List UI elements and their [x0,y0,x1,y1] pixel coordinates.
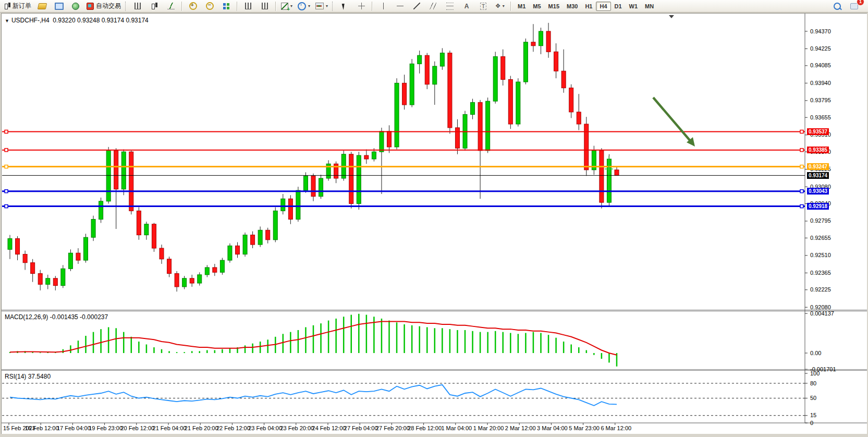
crosshair-button[interactable] [353,1,369,12]
trendline-icon [413,3,420,9]
hline-handle[interactable] [5,130,8,133]
macd-histogram-bar [495,331,496,353]
trendline-button[interactable] [409,1,424,12]
timeframe-bar: M1M5M15M30H1H4D1W1MN [514,2,657,11]
hline-handle[interactable] [800,165,803,168]
macd-histogram-bar [525,333,527,353]
hline-handle[interactable] [800,190,803,193]
vertical-line-button[interactable] [375,1,391,12]
toolbar-grip [125,2,128,11]
arrows-button[interactable]: ✥▾ [492,1,508,12]
candle-body [220,260,224,272]
candle-body [76,253,80,260]
indicators-button[interactable]: ▾ [279,1,295,12]
candle-body [561,71,566,88]
search-button[interactable] [829,1,845,12]
zoom-in-icon [189,2,197,10]
collapse-triangle-icon[interactable]: ▼ [5,18,9,23]
chevron-down-icon: ▾ [503,4,505,8]
equidistant-channel-button[interactable] [425,1,441,12]
hline-handle[interactable] [800,205,803,208]
candle-body [501,57,505,80]
bar-chart-button[interactable] [130,1,145,12]
candle-body [137,211,141,235]
terminal-button[interactable] [51,1,67,12]
monitor-icon [55,3,64,10]
macd-histogram-bar [426,327,428,353]
horizontal-line-button[interactable] [392,1,408,12]
candle-body [600,151,604,202]
timeframe-m30[interactable]: M30 [563,2,581,11]
macd-histogram-bar [381,319,383,353]
candle-body [546,31,551,52]
price-tick-label: 0.93940 [810,80,831,86]
rsi-value: 37.5480 [28,373,51,380]
price-tag-0.93537: 0.93537 [807,128,829,135]
candlestick-chart-button[interactable] [146,1,162,12]
notifications-button[interactable]: 1 [846,1,862,12]
timeframe-m5[interactable]: M5 [529,2,544,11]
tile-windows-icon [223,3,229,9]
hline-handle[interactable] [5,190,8,193]
text-label-button[interactable]: T [475,1,491,12]
candle-body [23,254,27,263]
chart-canvas[interactable] [2,14,867,434]
candle-body [198,275,202,283]
candle-body [190,278,194,283]
chart-window[interactable]: ▼USDCHF-,H4 0.93220 0.93248 0.93174 0.93… [1,13,867,434]
tile-windows-button[interactable] [218,1,234,12]
line-chart-button[interactable] [163,1,179,12]
zoom-out-button[interactable] [202,1,217,12]
timeframe-h4[interactable]: H4 [596,2,610,11]
timeframe-m15[interactable]: M15 [545,2,563,11]
timeframe-mn[interactable]: MN [641,2,657,11]
macd-histogram-bar [305,327,307,353]
macd-histogram-bar [570,344,572,353]
macd-histogram-bar [93,332,94,353]
time-label: 3 Mar 04:00 [537,425,568,431]
chevron-down-icon: ▾ [308,4,310,8]
fibonacci-button[interactable] [442,1,458,12]
auto-scroll-button[interactable] [240,1,256,12]
timeframe-h1[interactable]: H1 [581,2,596,11]
time-label: 23 Feb 20:00 [280,425,314,431]
timeframe-d1[interactable]: D1 [611,2,626,11]
chart-shift-button[interactable] [257,1,273,12]
template-icon [315,3,324,9]
auto-trading-button[interactable]: 自动交易 [84,1,123,12]
hline-handle[interactable] [5,149,8,152]
market-watch-button[interactable] [68,1,83,12]
candle-body [508,79,512,124]
toolbar-separator [181,2,182,11]
deposit-button[interactable] [34,1,50,12]
candle-body [478,102,482,150]
crosshair-icon [358,3,365,9]
macd-histogram-bar [131,337,132,353]
hline-handle[interactable] [800,130,803,133]
templates-button[interactable]: ▾ [313,1,330,12]
zoom-in-button[interactable] [185,1,201,12]
new-order-button[interactable]: 新订单 [2,1,33,12]
hline-handle[interactable] [5,205,8,208]
macd-histogram-bar [388,321,390,353]
periods-button[interactable]: ▾ [296,1,312,12]
timeframe-m1[interactable]: M1 [514,2,529,11]
arrows-icon: ✥ [495,3,500,9]
time-label: 23 Feb 04:00 [248,425,282,431]
macd-histogram-bar [313,325,314,353]
macd-histogram-bar [229,348,231,353]
macd-histogram-bar [176,352,178,353]
candle-body [167,259,172,274]
macd-histogram-bar [472,331,473,353]
macd-histogram-bar [100,329,102,353]
macd-histogram-bar [578,347,580,353]
price-tick-label: 0.92655 [810,235,831,241]
hline-handle[interactable] [800,149,803,152]
hline-handle[interactable] [5,165,8,168]
macd-histogram-bar [70,345,71,353]
timeframe-w1[interactable]: W1 [626,2,642,11]
candle-body [425,55,429,84]
cursor-button[interactable] [337,1,352,12]
text-button[interactable]: A [459,1,474,12]
candle-body [121,152,126,189]
